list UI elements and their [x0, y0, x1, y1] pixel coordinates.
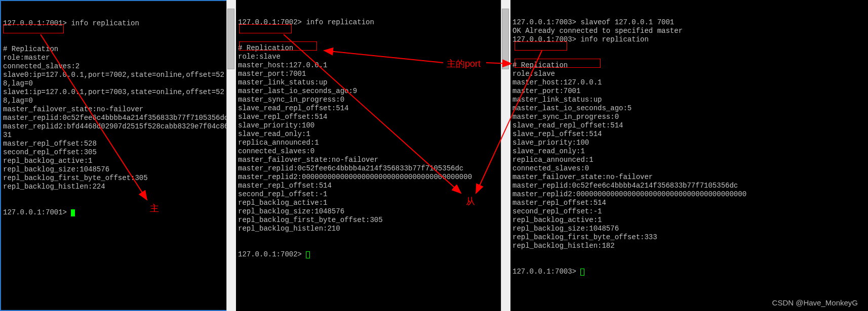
terminal-line: master_link_status:up	[512, 96, 866, 104]
terminal-line: master_host:127.0.0.1	[512, 78, 866, 87]
terminal-line: master_replid2:0000000000000000000000000…	[238, 173, 507, 182]
terminal-line: master_port:7001	[238, 70, 507, 78]
terminal-line: master_replid2:bfd4468d02907d2515f528cab…	[3, 122, 232, 140]
terminal-output: # Replicationrole:slavemaster_host:127.0…	[238, 44, 507, 233]
terminal-line: repl_backlog_active:1	[512, 216, 866, 225]
terminal-line: master_link_status:up	[238, 78, 507, 87]
terminal-line: # Replication	[512, 61, 866, 70]
terminal-line: master_last_io_seconds_ago:9	[238, 87, 507, 96]
terminal-line: OK Already connected to specified master	[512, 27, 866, 35]
terminal-line: role:slave	[512, 70, 866, 78]
terminal-line: master_host:127.0.0.1	[238, 61, 507, 70]
scrollbar-thumb[interactable]	[502, 9, 509, 69]
terminal-output: # Replicationrole:masterconnected_slaves…	[3, 45, 232, 191]
terminal-line: slave_read_repl_offset:514	[238, 104, 507, 113]
terminal-line: second_repl_offset:305	[3, 148, 232, 157]
terminal-line: repl_backlog_active:1	[238, 199, 507, 207]
terminal-line: second_repl_offset:-1	[512, 207, 866, 216]
terminal-line: repl_backlog_histlen:224	[3, 183, 232, 191]
terminal-line: repl_backlog_first_byte_offset:305	[238, 216, 507, 225]
terminal-line: slave_read_only:1	[512, 147, 866, 156]
terminal-7001[interactable]: 127.0.0.1:7001> info replication # Repli…	[0, 0, 235, 311]
terminal-line: repl_backlog_histlen:182	[512, 242, 866, 250]
terminal-prompt: 127.0.0.1:7001>	[3, 208, 232, 217]
terminal-line: # Replication	[3, 45, 232, 54]
terminal-line: slave1:ip=127.0.0.1,port=7003,state=onli…	[3, 88, 232, 105]
terminal-line: replica_announced:1	[512, 156, 866, 164]
terminal-line: master_sync_in_progress:0	[512, 113, 866, 121]
scrollbar[interactable]	[226, 0, 235, 311]
scrollbar-thumb[interactable]	[227, 9, 234, 69]
terminal-line: slave0:ip=127.0.0.1,port=7002,state=onli…	[3, 71, 232, 88]
terminal-line: second_repl_offset:-1	[238, 190, 507, 199]
terminal-line: 127.0.0.1:7003> slaveof 127.0.0.1 7001	[512, 18, 866, 27]
terminal-line: master_replid:0c52fee6c4bbbb4a214f356833…	[238, 164, 507, 173]
terminal-line: master_last_io_seconds_ago:5	[512, 104, 866, 113]
terminal-line: master_replid:0c52fee6c4bbbb4a214f356833…	[3, 114, 232, 122]
terminal-line: master_failover_state:no-failover	[3, 105, 232, 114]
terminal-prompt: 127.0.0.1:7002>	[238, 250, 507, 259]
terminal-line: role:master	[3, 54, 232, 62]
terminal-line: master_repl_offset:514	[238, 182, 507, 190]
terminal-line: 127.0.0.1:7003> info replication	[512, 35, 866, 44]
terminal-line: repl_backlog_first_byte_offset:305	[3, 174, 232, 183]
scrollbar[interactable]	[501, 0, 509, 311]
terminal-line: master_failover_state:no-failover	[512, 173, 866, 182]
terminal-line: master_failover_state:no-failover	[238, 156, 507, 164]
terminal-line: 127.0.0.1:7001> info replication	[3, 19, 232, 28]
terminal-line: repl_backlog_size:1048576	[512, 225, 866, 233]
terminal-line: repl_backlog_histlen:210	[238, 225, 507, 233]
terminal-7003[interactable]: 127.0.0.1:7003> slaveof 127.0.0.1 7001OK…	[510, 0, 868, 311]
terminal-line: repl_backlog_size:1048576	[3, 165, 232, 174]
watermark: CSDN @Have_MonkeyG	[772, 298, 858, 307]
cursor-icon	[71, 209, 75, 216]
terminal-line: repl_backlog_active:1	[3, 157, 232, 165]
terminal-line: slave_repl_offset:514	[512, 130, 866, 139]
terminal-line: master_repl_offset:514	[512, 199, 866, 207]
terminal-line: slave_read_only:1	[238, 130, 507, 139]
terminal-line: master_replid:0c52fee6c4bbbb4a214f356833…	[512, 182, 866, 190]
terminal-line: repl_backlog_first_byte_offset:333	[512, 233, 866, 242]
terminal-line: slave_repl_offset:514	[238, 113, 507, 121]
cursor-icon	[306, 251, 310, 258]
terminal-line: slave_read_repl_offset:514	[512, 121, 866, 130]
terminal-line: slave_priority:100	[512, 139, 866, 147]
terminal-output: # Replicationrole:slavemaster_host:127.0…	[512, 61, 866, 250]
terminal-line: master_port:7001	[512, 87, 866, 96]
terminal-line: # Replication	[238, 44, 507, 53]
terminal-line: connected_slaves:0	[512, 164, 866, 173]
terminal-line: connected_slaves:0	[238, 147, 507, 156]
terminal-prompt: 127.0.0.1:7003>	[512, 268, 866, 276]
terminal-7002[interactable]: 127.0.0.1:7002> info replication # Repli…	[236, 0, 509, 311]
terminal-line: master_repl_offset:528	[3, 140, 232, 148]
terminal-line: replica_announced:1	[238, 139, 507, 147]
terminal-output: 127.0.0.1:7003> slaveof 127.0.0.1 7001OK…	[512, 18, 866, 44]
cursor-icon	[580, 269, 584, 276]
terminal-line: connected_slaves:2	[3, 62, 232, 71]
terminal-line: 127.0.0.1:7002> info replication	[238, 18, 507, 27]
terminal-line: role:slave	[238, 53, 507, 61]
terminal-line: repl_backlog_size:1048576	[238, 207, 507, 216]
terminal-line: master_sync_in_progress:0	[238, 96, 507, 104]
terminal-line: master_replid2:0000000000000000000000000…	[512, 190, 866, 199]
terminal-line: slave_priority:100	[238, 121, 507, 130]
